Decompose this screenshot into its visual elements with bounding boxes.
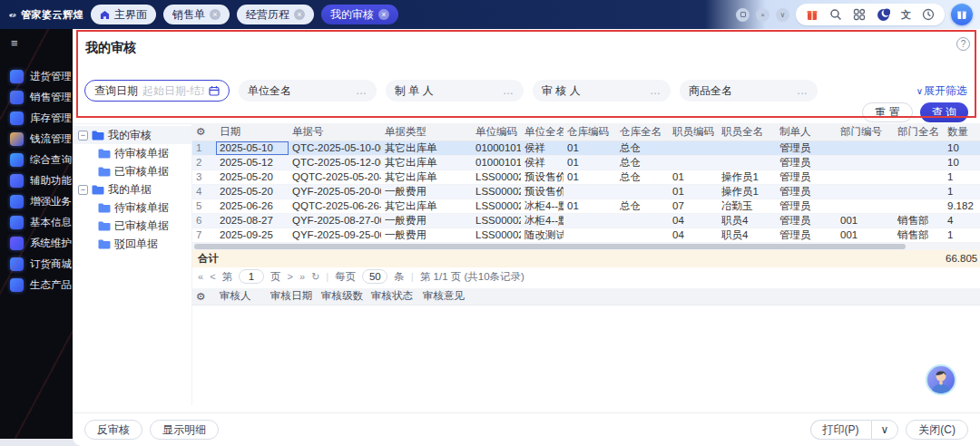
cell[interactable]: 001 [837,228,894,242]
cell[interactable]: 职员4 [718,228,776,242]
cell[interactable]: 04 [669,228,718,242]
cell[interactable]: 管理员 [776,213,837,228]
maximize-icon[interactable] [736,8,750,22]
column-header-单据类型[interactable]: 单据类型 [381,123,472,141]
collapse-expander-icon[interactable]: − [78,185,88,195]
table-row[interactable]: 52025-06-26QQTC-2025-06-26-004其它出库单LSS00… [192,199,980,213]
column-header-职员编码[interactable]: 职员编码 [669,123,718,141]
cell[interactable]: 职员4 [718,213,776,228]
cell[interactable]: 其它出库单 [381,170,472,184]
sidebar-item-库存管理[interactable]: 库存管理 [0,108,73,129]
cell[interactable]: QQTC-2025-05-20-003 [289,170,381,184]
sidebar-item-综合查询[interactable]: 综合查询 [0,150,73,170]
ellipsis-picker-icon[interactable]: … [650,84,662,97]
cell[interactable] [894,199,944,213]
table-row[interactable]: 22025-05-12QTC-2025-05-12-002其它出库单010001… [192,155,980,170]
audit-settings-gear-icon[interactable]: ⚙ [192,288,216,305]
cell[interactable] [616,213,669,228]
cell[interactable] [837,170,894,184]
cell[interactable]: 管理员 [776,170,837,184]
sidebar-item-订货商城[interactable]: 订货商城 [0,254,73,275]
cell[interactable]: 操作员1 [718,170,776,184]
cell[interactable]: 预设售价一... [521,184,564,199]
reset-button[interactable]: 重 置 [862,102,912,122]
column-header-数量[interactable]: 数量 [944,123,980,141]
audit-column-header-审核意见[interactable]: 审核意见 [419,288,980,305]
table-row[interactable]: 32025-05-20QQTC-2025-05-20-003其它出库单LSS00… [192,170,980,184]
chevron-down-icon[interactable]: ∨ [776,8,789,22]
sidebar-item-基本信息[interactable]: 基本信息 [0,212,73,233]
cell[interactable]: 01 [669,170,718,184]
grid-settings-gear-icon[interactable]: ⚙ [192,123,216,141]
cell[interactable] [837,155,894,170]
collapse-expander-icon[interactable]: − [78,131,88,141]
sidebar-item-进货管理[interactable]: 进货管理 [0,66,73,87]
last-page-icon[interactable]: » [299,271,305,282]
audit-column-header-审核日期[interactable]: 审核日期 [267,288,318,305]
cell[interactable]: 4 [944,213,980,228]
store-gift-icon[interactable] [951,4,973,25]
cell[interactable] [894,170,944,184]
cell[interactable]: LSS0000214... [472,170,521,184]
tree-leaf-已审核单据[interactable]: 已审核单据 [73,217,191,235]
cell[interactable]: 01 [564,141,616,155]
cell[interactable]: 01 [669,184,718,199]
filter-input-审核人[interactable]: 审 核 人… [533,80,671,102]
cell[interactable]: LSS0000214... [472,184,521,199]
column-header-单位全名[interactable]: 单位全名 [521,123,564,141]
column-header-单据号[interactable]: 单据号 [289,123,381,141]
cell[interactable]: 9.182 [944,199,980,213]
column-header-仓库全名[interactable]: 仓库全名 [616,123,669,141]
cell[interactable]: 销售部 [894,213,944,228]
cell[interactable] [616,184,669,199]
cell[interactable] [564,184,616,199]
page-number-input[interactable]: 1 [239,269,264,284]
column-header-制单人[interactable]: 制单人 [776,123,837,141]
cell[interactable]: 10 [944,141,980,155]
calendar-icon[interactable] [209,85,220,96]
cell[interactable]: 1 [944,228,980,242]
cell[interactable]: 管理员 [776,141,837,155]
sidebar-item-生态产品[interactable]: 生态产品 [0,275,73,296]
table-row[interactable]: 72025-09-25QYF-2025-09-25-001一般费用LSS0000… [192,228,980,242]
column-header-部门编号[interactable]: 部门编号 [837,123,894,141]
close-button[interactable]: 关闭(C) [906,420,968,440]
cell[interactable] [894,184,944,199]
cell[interactable]: QYF-2025-08-27-002 [289,213,381,228]
cell[interactable]: 01 [564,155,616,170]
cell[interactable]: 管理员 [776,228,837,242]
translate-icon[interactable]: 文 [901,8,911,22]
cell[interactable]: 冶勤玉 [718,199,776,213]
cell[interactable]: 总仓 [616,141,669,155]
print-dropdown-icon[interactable]: ∨ [871,420,899,440]
cell[interactable]: 01 [564,170,616,184]
filter-input-单位全名[interactable]: 单位全名… [239,80,377,102]
query-date-input[interactable]: 查询日期 起始日期-结束日期 [84,80,230,102]
cell[interactable]: QYF-2025-05-20-001 [289,184,381,199]
next-page-icon[interactable]: > [288,271,293,282]
tab-经营历程[interactable]: 经营历程× [237,5,314,24]
cell[interactable]: 2025-05-20 [216,170,289,184]
audit-column-header-审核状态[interactable]: 审核状态 [368,288,419,305]
cell[interactable]: 冰柜4--默认... [521,199,564,213]
cell[interactable]: 总仓 [616,155,669,170]
print-button[interactable]: 打印(P) [810,420,871,440]
cell[interactable]: 01000101 [472,141,521,155]
tree-leaf-待审核单据[interactable]: 待审核单据 [73,144,191,162]
cell[interactable]: 1 [944,184,980,199]
history-icon[interactable] [922,8,935,21]
cell[interactable] [564,228,616,242]
tree-leaf-待审核单据[interactable]: 待审核单据 [73,199,191,217]
cell[interactable]: 2025-05-10 [216,141,289,155]
tree-node-我的单据[interactable]: −我的单据 [73,180,191,199]
sidebar-collapse-icon[interactable]: ≡ [11,36,73,50]
close-icon[interactable]: × [756,8,769,22]
cell[interactable]: 04 [669,213,718,228]
column-header-单位编码[interactable]: 单位编码 [472,123,521,141]
cell[interactable] [718,141,776,155]
gift-icon[interactable] [806,8,818,21]
cell[interactable]: 销售部 [894,228,944,242]
first-page-icon[interactable]: « [198,271,203,282]
ellipsis-picker-icon[interactable]: … [797,84,808,97]
cell[interactable]: 一般费用 [381,213,472,228]
